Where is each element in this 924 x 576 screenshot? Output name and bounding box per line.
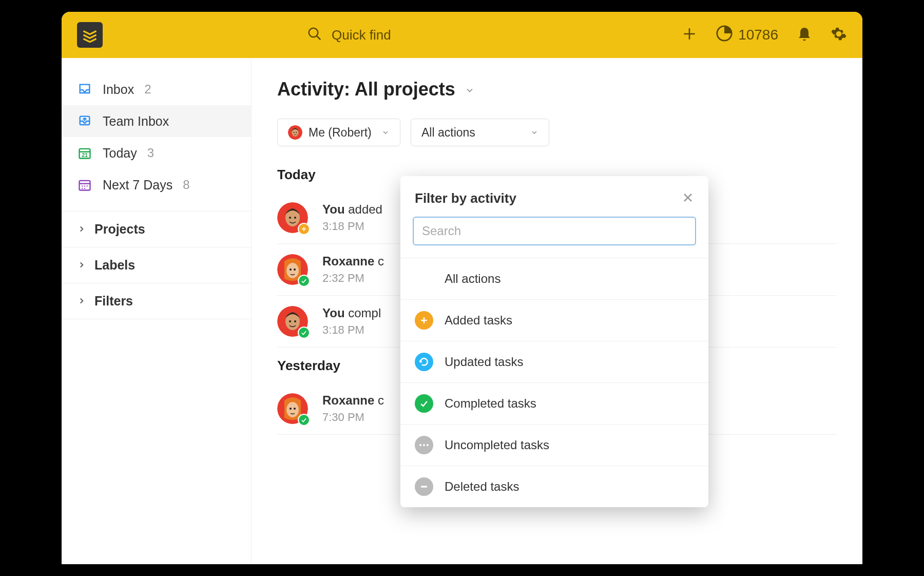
popover-item-label: Updated tasks bbox=[445, 355, 523, 369]
popover-item-added[interactable]: Added tasks bbox=[400, 300, 708, 341]
chevron-right-icon bbox=[77, 222, 86, 237]
check-icon bbox=[298, 327, 310, 339]
popover-item-label: Uncompleted tasks bbox=[445, 438, 549, 452]
sidebar-section-projects[interactable]: Projects bbox=[62, 211, 251, 247]
activity-time: 3:18 PM bbox=[322, 220, 382, 233]
sidebar-section-filters[interactable]: Filters bbox=[62, 283, 251, 319]
close-icon[interactable] bbox=[682, 191, 694, 206]
completed-icon bbox=[415, 394, 433, 413]
karma-points[interactable]: 10786 bbox=[716, 25, 778, 46]
popover-item-uncompleted[interactable]: Uncompleted tasks bbox=[400, 425, 708, 466]
karma-icon bbox=[716, 25, 733, 46]
popover-item-none[interactable]: All actions bbox=[400, 258, 708, 300]
sidebar: Inbox 2 Team Inbox 21 Today 3 Next 7 Day… bbox=[62, 58, 252, 564]
popover-item-label: Completed tasks bbox=[445, 396, 536, 411]
add-icon[interactable] bbox=[681, 26, 698, 44]
main-content: Activity: All projects Me (Robert) All a… bbox=[252, 58, 862, 564]
avatar bbox=[277, 202, 308, 233]
none-icon bbox=[415, 270, 433, 288]
team-inbox-icon bbox=[77, 113, 92, 129]
uncompleted-icon bbox=[415, 436, 433, 454]
svg-line-9 bbox=[317, 36, 321, 40]
check-icon bbox=[298, 414, 310, 426]
filter-activity-popover: Filter by activity All actions Added tas… bbox=[400, 176, 708, 507]
popover-item-label: All actions bbox=[445, 272, 500, 286]
chevron-down-icon bbox=[465, 79, 475, 100]
check-icon bbox=[298, 275, 310, 287]
sidebar-item-inbox[interactable]: Inbox 2 bbox=[62, 73, 251, 105]
sidebar-item-label: Next 7 Days bbox=[103, 178, 172, 193]
topbar: Quick find 10786 bbox=[62, 12, 862, 58]
sidebar-item-count: 3 bbox=[147, 146, 154, 160]
activity-time: 2:32 PM bbox=[322, 272, 384, 285]
svg-point-21 bbox=[87, 185, 88, 186]
sidebar-item-label: Inbox bbox=[103, 82, 134, 97]
filter-actions-label: All actions bbox=[421, 126, 475, 140]
svg-point-23 bbox=[84, 188, 85, 189]
svg-point-19 bbox=[82, 185, 83, 186]
activity-text: Roxanne c bbox=[322, 254, 384, 268]
app-window: Quick find 10786 Inbox 2 Team Inbox 21 T… bbox=[62, 12, 862, 564]
updated-icon bbox=[415, 353, 433, 371]
sidebar-item-today[interactable]: 21 Today 3 bbox=[62, 137, 251, 169]
chevron-right-icon bbox=[77, 294, 86, 309]
sidebar-item-team-inbox[interactable]: Team Inbox bbox=[62, 105, 251, 137]
plus-icon bbox=[298, 223, 310, 235]
popover-item-updated[interactable]: Updated tasks bbox=[400, 341, 708, 383]
inbox-icon bbox=[77, 82, 92, 97]
svg-point-20 bbox=[84, 185, 85, 186]
today-icon: 21 bbox=[77, 145, 92, 161]
section-label: Projects bbox=[94, 222, 145, 237]
filter-user-label: Me (Robert) bbox=[309, 126, 372, 140]
notifications-icon[interactable] bbox=[796, 26, 813, 44]
chevron-right-icon bbox=[77, 258, 86, 273]
sidebar-item-label: Today bbox=[103, 146, 137, 161]
top-actions: 10786 bbox=[681, 25, 847, 46]
page-title: Activity: All projects bbox=[277, 79, 455, 100]
activity-time: 3:18 PM bbox=[322, 323, 381, 337]
quick-find[interactable]: Quick find bbox=[307, 26, 672, 44]
sidebar-item-next-7-days[interactable]: Next 7 Days 8 bbox=[62, 169, 251, 201]
avatar bbox=[277, 254, 308, 285]
svg-point-22 bbox=[82, 188, 83, 189]
popover-item-deleted[interactable]: Deleted tasks bbox=[400, 466, 708, 507]
activity-text: Roxanne c bbox=[322, 393, 384, 408]
activity-time: 7:30 PM bbox=[322, 411, 384, 424]
section-label: Filters bbox=[94, 294, 133, 309]
page-title-row[interactable]: Activity: All projects bbox=[277, 79, 837, 100]
deleted-icon bbox=[415, 477, 433, 496]
added-icon bbox=[415, 311, 433, 330]
activity-text: You compl bbox=[322, 306, 381, 320]
popover-item-label: Added tasks bbox=[445, 313, 512, 328]
popover-title: Filter by activity bbox=[415, 190, 516, 206]
filter-user-dropdown[interactable]: Me (Robert) bbox=[277, 119, 400, 146]
karma-value: 10786 bbox=[738, 27, 778, 43]
chevron-down-icon bbox=[530, 126, 538, 140]
chevron-down-icon bbox=[381, 126, 390, 140]
popover-item-completed[interactable]: Completed tasks bbox=[400, 383, 708, 425]
popover-item-label: Deleted tasks bbox=[445, 479, 519, 494]
sidebar-section-labels[interactable]: Labels bbox=[62, 247, 251, 283]
calendar-icon bbox=[77, 177, 92, 193]
search-icon bbox=[307, 26, 322, 44]
svg-point-8 bbox=[309, 28, 318, 37]
app-logo[interactable] bbox=[77, 22, 103, 48]
avatar bbox=[277, 306, 308, 337]
search-label: Quick find bbox=[332, 27, 391, 43]
filter-row: Me (Robert) All actions bbox=[277, 119, 837, 146]
popover-search-input[interactable] bbox=[413, 217, 696, 245]
filter-actions-dropdown[interactable]: All actions bbox=[411, 119, 549, 146]
activity-text: You added bbox=[322, 202, 382, 217]
avatar bbox=[277, 393, 308, 424]
settings-icon[interactable] bbox=[831, 26, 847, 44]
avatar bbox=[288, 125, 302, 140]
svg-text:21: 21 bbox=[82, 152, 88, 158]
sidebar-item-count: 2 bbox=[144, 82, 151, 97]
sidebar-item-count: 8 bbox=[183, 178, 189, 192]
sidebar-item-label: Team Inbox bbox=[103, 114, 169, 129]
section-label: Labels bbox=[94, 258, 135, 273]
